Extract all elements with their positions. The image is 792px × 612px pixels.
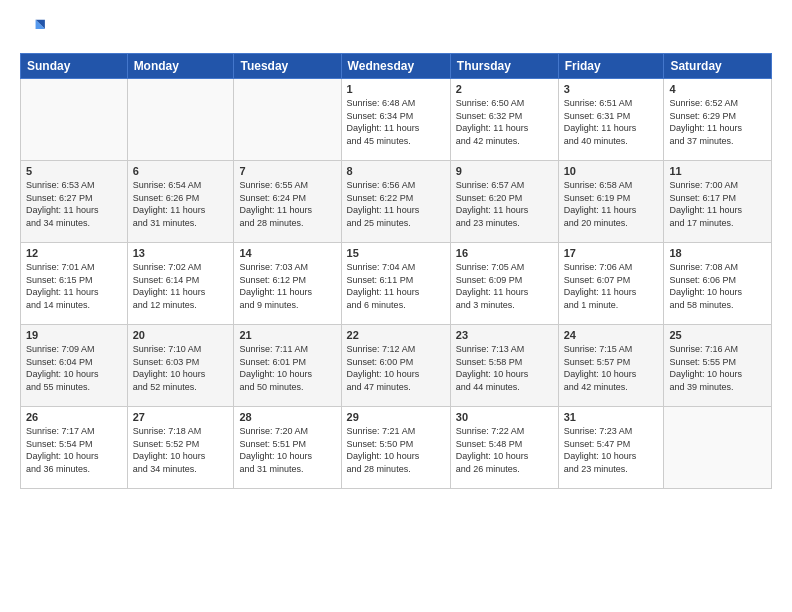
day-info: Sunrise: 6:50 AM Sunset: 6:32 PM Dayligh… [456, 97, 553, 147]
day-header-wednesday: Wednesday [341, 54, 450, 79]
day-info: Sunrise: 6:54 AM Sunset: 6:26 PM Dayligh… [133, 179, 229, 229]
calendar-cell: 5Sunrise: 6:53 AM Sunset: 6:27 PM Daylig… [21, 161, 128, 243]
header [20, 15, 772, 43]
day-info: Sunrise: 7:04 AM Sunset: 6:11 PM Dayligh… [347, 261, 445, 311]
day-info: Sunrise: 6:48 AM Sunset: 6:34 PM Dayligh… [347, 97, 445, 147]
day-number: 11 [669, 165, 766, 177]
calendar: SundayMondayTuesdayWednesdayThursdayFrid… [20, 53, 772, 489]
day-info: Sunrise: 7:16 AM Sunset: 5:55 PM Dayligh… [669, 343, 766, 393]
logo-icon [20, 15, 48, 43]
day-info: Sunrise: 7:12 AM Sunset: 6:00 PM Dayligh… [347, 343, 445, 393]
day-number: 21 [239, 329, 335, 341]
day-info: Sunrise: 7:15 AM Sunset: 5:57 PM Dayligh… [564, 343, 659, 393]
day-number: 6 [133, 165, 229, 177]
day-number: 25 [669, 329, 766, 341]
day-header-saturday: Saturday [664, 54, 772, 79]
day-info: Sunrise: 7:00 AM Sunset: 6:17 PM Dayligh… [669, 179, 766, 229]
day-header-friday: Friday [558, 54, 664, 79]
day-info: Sunrise: 7:10 AM Sunset: 6:03 PM Dayligh… [133, 343, 229, 393]
calendar-cell: 25Sunrise: 7:16 AM Sunset: 5:55 PM Dayli… [664, 325, 772, 407]
day-number: 20 [133, 329, 229, 341]
day-info: Sunrise: 7:02 AM Sunset: 6:14 PM Dayligh… [133, 261, 229, 311]
calendar-cell: 30Sunrise: 7:22 AM Sunset: 5:48 PM Dayli… [450, 407, 558, 489]
day-info: Sunrise: 7:13 AM Sunset: 5:58 PM Dayligh… [456, 343, 553, 393]
day-number: 31 [564, 411, 659, 423]
day-number: 7 [239, 165, 335, 177]
calendar-cell: 28Sunrise: 7:20 AM Sunset: 5:51 PM Dayli… [234, 407, 341, 489]
calendar-cell: 12Sunrise: 7:01 AM Sunset: 6:15 PM Dayli… [21, 243, 128, 325]
day-info: Sunrise: 7:05 AM Sunset: 6:09 PM Dayligh… [456, 261, 553, 311]
calendar-cell: 18Sunrise: 7:08 AM Sunset: 6:06 PM Dayli… [664, 243, 772, 325]
calendar-week-row: 19Sunrise: 7:09 AM Sunset: 6:04 PM Dayli… [21, 325, 772, 407]
calendar-cell: 3Sunrise: 6:51 AM Sunset: 6:31 PM Daylig… [558, 79, 664, 161]
calendar-cell: 14Sunrise: 7:03 AM Sunset: 6:12 PM Dayli… [234, 243, 341, 325]
calendar-cell: 6Sunrise: 6:54 AM Sunset: 6:26 PM Daylig… [127, 161, 234, 243]
calendar-cell: 19Sunrise: 7:09 AM Sunset: 6:04 PM Dayli… [21, 325, 128, 407]
day-number: 13 [133, 247, 229, 259]
logo [20, 15, 52, 43]
day-info: Sunrise: 6:56 AM Sunset: 6:22 PM Dayligh… [347, 179, 445, 229]
day-header-tuesday: Tuesday [234, 54, 341, 79]
calendar-week-row: 5Sunrise: 6:53 AM Sunset: 6:27 PM Daylig… [21, 161, 772, 243]
day-number: 29 [347, 411, 445, 423]
day-info: Sunrise: 6:52 AM Sunset: 6:29 PM Dayligh… [669, 97, 766, 147]
day-number: 22 [347, 329, 445, 341]
day-info: Sunrise: 7:09 AM Sunset: 6:04 PM Dayligh… [26, 343, 122, 393]
calendar-cell: 26Sunrise: 7:17 AM Sunset: 5:54 PM Dayli… [21, 407, 128, 489]
calendar-cell: 1Sunrise: 6:48 AM Sunset: 6:34 PM Daylig… [341, 79, 450, 161]
day-number: 10 [564, 165, 659, 177]
day-number: 17 [564, 247, 659, 259]
calendar-cell: 10Sunrise: 6:58 AM Sunset: 6:19 PM Dayli… [558, 161, 664, 243]
day-info: Sunrise: 6:55 AM Sunset: 6:24 PM Dayligh… [239, 179, 335, 229]
calendar-cell: 22Sunrise: 7:12 AM Sunset: 6:00 PM Dayli… [341, 325, 450, 407]
calendar-cell [127, 79, 234, 161]
day-info: Sunrise: 6:58 AM Sunset: 6:19 PM Dayligh… [564, 179, 659, 229]
day-number: 30 [456, 411, 553, 423]
day-info: Sunrise: 7:17 AM Sunset: 5:54 PM Dayligh… [26, 425, 122, 475]
calendar-week-row: 12Sunrise: 7:01 AM Sunset: 6:15 PM Dayli… [21, 243, 772, 325]
day-number: 1 [347, 83, 445, 95]
calendar-week-row: 26Sunrise: 7:17 AM Sunset: 5:54 PM Dayli… [21, 407, 772, 489]
day-info: Sunrise: 6:53 AM Sunset: 6:27 PM Dayligh… [26, 179, 122, 229]
calendar-cell: 15Sunrise: 7:04 AM Sunset: 6:11 PM Dayli… [341, 243, 450, 325]
day-info: Sunrise: 7:20 AM Sunset: 5:51 PM Dayligh… [239, 425, 335, 475]
day-number: 9 [456, 165, 553, 177]
calendar-cell [234, 79, 341, 161]
day-number: 4 [669, 83, 766, 95]
calendar-cell: 4Sunrise: 6:52 AM Sunset: 6:29 PM Daylig… [664, 79, 772, 161]
day-number: 15 [347, 247, 445, 259]
day-number: 27 [133, 411, 229, 423]
day-number: 2 [456, 83, 553, 95]
calendar-cell: 27Sunrise: 7:18 AM Sunset: 5:52 PM Dayli… [127, 407, 234, 489]
day-header-monday: Monday [127, 54, 234, 79]
day-number: 16 [456, 247, 553, 259]
day-info: Sunrise: 7:08 AM Sunset: 6:06 PM Dayligh… [669, 261, 766, 311]
day-info: Sunrise: 7:22 AM Sunset: 5:48 PM Dayligh… [456, 425, 553, 475]
calendar-cell: 16Sunrise: 7:05 AM Sunset: 6:09 PM Dayli… [450, 243, 558, 325]
day-number: 26 [26, 411, 122, 423]
day-info: Sunrise: 7:01 AM Sunset: 6:15 PM Dayligh… [26, 261, 122, 311]
day-number: 19 [26, 329, 122, 341]
day-info: Sunrise: 7:23 AM Sunset: 5:47 PM Dayligh… [564, 425, 659, 475]
day-header-thursday: Thursday [450, 54, 558, 79]
calendar-cell: 24Sunrise: 7:15 AM Sunset: 5:57 PM Dayli… [558, 325, 664, 407]
calendar-cell: 2Sunrise: 6:50 AM Sunset: 6:32 PM Daylig… [450, 79, 558, 161]
day-number: 12 [26, 247, 122, 259]
calendar-cell [21, 79, 128, 161]
day-info: Sunrise: 7:21 AM Sunset: 5:50 PM Dayligh… [347, 425, 445, 475]
calendar-cell: 13Sunrise: 7:02 AM Sunset: 6:14 PM Dayli… [127, 243, 234, 325]
calendar-cell: 17Sunrise: 7:06 AM Sunset: 6:07 PM Dayli… [558, 243, 664, 325]
day-info: Sunrise: 7:06 AM Sunset: 6:07 PM Dayligh… [564, 261, 659, 311]
calendar-cell: 11Sunrise: 7:00 AM Sunset: 6:17 PM Dayli… [664, 161, 772, 243]
day-number: 28 [239, 411, 335, 423]
day-info: Sunrise: 7:03 AM Sunset: 6:12 PM Dayligh… [239, 261, 335, 311]
day-number: 23 [456, 329, 553, 341]
day-number: 14 [239, 247, 335, 259]
calendar-cell: 23Sunrise: 7:13 AM Sunset: 5:58 PM Dayli… [450, 325, 558, 407]
calendar-cell: 7Sunrise: 6:55 AM Sunset: 6:24 PM Daylig… [234, 161, 341, 243]
calendar-cell: 9Sunrise: 6:57 AM Sunset: 6:20 PM Daylig… [450, 161, 558, 243]
day-number: 24 [564, 329, 659, 341]
calendar-cell [664, 407, 772, 489]
day-number: 3 [564, 83, 659, 95]
day-number: 5 [26, 165, 122, 177]
